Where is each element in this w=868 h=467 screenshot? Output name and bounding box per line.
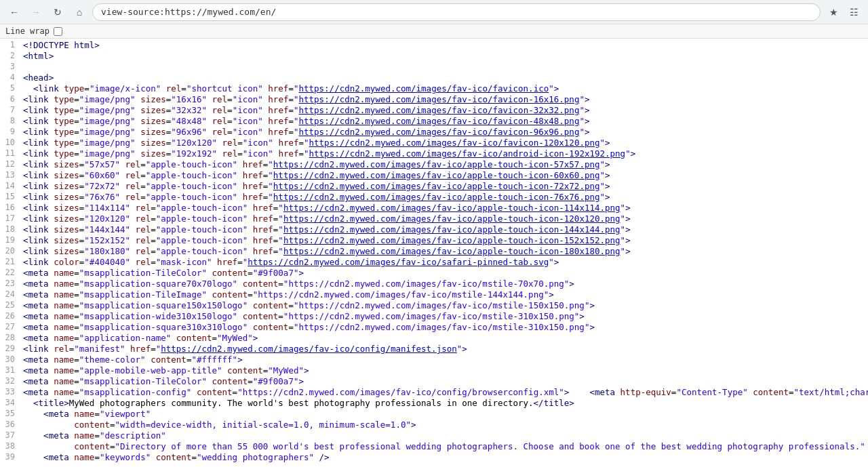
source-line: 35 <meta name="viewport" bbox=[0, 409, 868, 420]
line-number: 28 bbox=[0, 333, 22, 344]
line-number: 32 bbox=[0, 376, 22, 387]
line-number: 37 bbox=[0, 430, 22, 441]
line-content: <link sizes="57x57" rel="apple-touch-ico… bbox=[22, 159, 868, 170]
source-line: 2<html> bbox=[0, 51, 868, 62]
line-content: <meta name="msapplication-TileImage" con… bbox=[22, 289, 868, 300]
line-number: 7 bbox=[0, 105, 22, 116]
line-number: 31 bbox=[0, 365, 22, 376]
line-content: <meta name="msapplication-config" conten… bbox=[22, 387, 868, 398]
line-number: 3 bbox=[0, 62, 22, 73]
source-line: 8<link type="image/png" sizes="48x48" re… bbox=[0, 116, 868, 127]
line-number: 14 bbox=[0, 181, 22, 192]
line-content: <link type="image/png" sizes="48x48" rel… bbox=[22, 116, 868, 127]
line-content: <link rel="manifest" href="https://cdn2.… bbox=[22, 344, 868, 354]
line-number: 10 bbox=[0, 138, 22, 148]
line-content: <meta name="apple-mobile-web-app-title" … bbox=[22, 365, 868, 376]
line-content: <link sizes="114x114" rel="apple-touch-i… bbox=[22, 203, 868, 214]
line-content: <link type="image/png" sizes="96x96" rel… bbox=[22, 127, 868, 138]
line-number: 27 bbox=[0, 322, 22, 333]
source-line: 29<link rel="manifest" href="https://cdn… bbox=[0, 344, 868, 354]
line-number: 34 bbox=[0, 398, 22, 409]
source-line: 18<link sizes="144x144" rel="apple-touch… bbox=[0, 224, 868, 235]
line-content: <link sizes="180x180" rel="apple-touch-i… bbox=[22, 246, 868, 257]
extensions-button[interactable]: ☷ bbox=[845, 3, 863, 21]
line-number: 16 bbox=[0, 203, 22, 214]
line-number: 6 bbox=[0, 94, 22, 105]
line-number: 9 bbox=[0, 127, 22, 138]
line-number: 20 bbox=[0, 246, 22, 257]
source-line: 28<meta name="application-name" content=… bbox=[0, 333, 868, 344]
source-line: 12<link sizes="57x57" rel="apple-touch-i… bbox=[0, 159, 868, 170]
reload-button[interactable]: ↻ bbox=[49, 3, 66, 21]
source-line: 27<meta name="msapplication-square310x31… bbox=[0, 322, 868, 333]
line-content: <meta name="theme-color" content="#fffff… bbox=[22, 354, 868, 365]
line-content: <meta name="msapplication-wide310x150log… bbox=[22, 311, 868, 322]
line-content: <meta property="og:title" bbox=[22, 463, 868, 464]
linewrap-checkbox[interactable] bbox=[54, 27, 62, 36]
line-number: 15 bbox=[0, 192, 22, 203]
source-line: 38 content="Directory of more than 55 00… bbox=[0, 441, 868, 452]
line-number: 29 bbox=[0, 344, 22, 354]
linewrap-label: Line wrap bbox=[5, 26, 50, 36]
line-number: 21 bbox=[0, 257, 22, 268]
line-content: <meta name="application-name" content="M… bbox=[22, 333, 868, 344]
source-line: 10<link type="image/png" sizes="120x120"… bbox=[0, 138, 868, 148]
line-number: 38 bbox=[0, 441, 22, 452]
line-number: 33 bbox=[0, 387, 22, 398]
source-line: 6<link type="image/png" sizes="16x16" re… bbox=[0, 94, 868, 105]
line-number: 8 bbox=[0, 116, 22, 127]
source-line: 22<meta name="msapplication-TileColor" c… bbox=[0, 268, 868, 279]
browser-toolbar: ← → ↻ ⌂ ★ ☷ bbox=[0, 0, 868, 24]
back-button[interactable]: ← bbox=[5, 3, 23, 21]
source-line: 1<!DOCTYPE html> bbox=[0, 40, 868, 51]
source-line: 4<head> bbox=[0, 73, 868, 83]
line-number: 2 bbox=[0, 51, 22, 62]
bookmark-button[interactable]: ★ bbox=[825, 3, 842, 21]
line-number: 39 bbox=[0, 452, 22, 463]
line-number: 30 bbox=[0, 354, 22, 365]
line-number: 19 bbox=[0, 235, 22, 246]
line-number: 11 bbox=[0, 148, 22, 159]
line-content: <meta name="viewport" bbox=[22, 409, 868, 420]
linewrap-bar: Line wrap bbox=[0, 24, 868, 39]
line-content: <link type="image/png" sizes="120x120" r… bbox=[22, 138, 868, 148]
source-line: 17<link sizes="120x120" rel="apple-touch… bbox=[0, 214, 868, 224]
home-button[interactable]: ⌂ bbox=[71, 3, 88, 21]
source-line: 39 <meta name="keywords" content="weddin… bbox=[0, 452, 868, 463]
line-number: 5 bbox=[0, 83, 22, 94]
line-content: <link sizes="120x120" rel="apple-touch-i… bbox=[22, 214, 868, 224]
source-line: 5 <link type="image/x-icon" rel="shortcu… bbox=[0, 83, 868, 94]
line-number: 25 bbox=[0, 300, 22, 311]
source-view: 1<!DOCTYPE html>2<html>34<head>5 <link t… bbox=[0, 39, 868, 464]
address-bar[interactable] bbox=[92, 3, 821, 21]
forward-button[interactable]: → bbox=[27, 3, 45, 21]
source-line: 32<meta name="msapplication-TileColor" c… bbox=[0, 376, 868, 387]
line-number: 23 bbox=[0, 279, 22, 289]
line-number: 12 bbox=[0, 159, 22, 170]
line-number: 13 bbox=[0, 170, 22, 181]
source-line: 24<meta name="msapplication-TileImage" c… bbox=[0, 289, 868, 300]
line-content: <meta name="description" bbox=[22, 430, 868, 441]
line-number: 4 bbox=[0, 73, 22, 83]
source-line: 3 bbox=[0, 62, 868, 73]
source-line: 15<link sizes="76x76" rel="apple-touch-i… bbox=[0, 192, 868, 203]
line-content: <head> bbox=[22, 73, 868, 83]
source-line: 19<link sizes="152x152" rel="apple-touch… bbox=[0, 235, 868, 246]
line-content: <link sizes="72x72" rel="apple-touch-ico… bbox=[22, 181, 868, 192]
source-line: 30<meta name="theme-color" content="#fff… bbox=[0, 354, 868, 365]
line-content: <link type="image/x-icon" rel="shortcut … bbox=[22, 83, 868, 94]
source-line: 31<meta name="apple-mobile-web-app-title… bbox=[0, 365, 868, 376]
line-content: <!DOCTYPE html> bbox=[22, 40, 868, 51]
source-line: 25<meta name="msapplication-square150x15… bbox=[0, 300, 868, 311]
line-content: <meta name="msapplication-square150x150l… bbox=[22, 300, 868, 311]
line-number: 24 bbox=[0, 289, 22, 300]
line-number: 35 bbox=[0, 409, 22, 420]
source-line: 13<link sizes="60x60" rel="apple-touch-i… bbox=[0, 170, 868, 181]
line-content: <meta name="msapplication-TileColor" con… bbox=[22, 268, 868, 279]
line-content: <meta name="msapplication-square310x310l… bbox=[22, 322, 868, 333]
source-line: 23<meta name="msapplication-square70x70l… bbox=[0, 279, 868, 289]
line-content: <meta name="msapplication-square70x70log… bbox=[22, 279, 868, 289]
source-line: 33<meta name="msapplication-config" cont… bbox=[0, 387, 868, 398]
line-content: <link type="image/png" sizes="16x16" rel… bbox=[22, 94, 868, 105]
source-line: 20<link sizes="180x180" rel="apple-touch… bbox=[0, 246, 868, 257]
